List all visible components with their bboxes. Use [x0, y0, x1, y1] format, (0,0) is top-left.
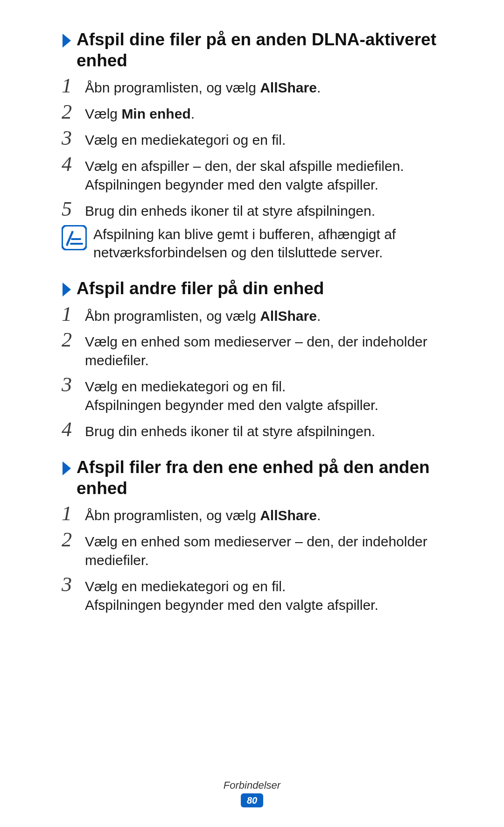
- step-number: 3: [62, 574, 85, 595]
- step-text: Vælg en mediekategori og en fil.: [85, 128, 454, 149]
- step-text: Vælg Min enhed.: [85, 102, 454, 123]
- step-text: Åbn programlisten, og vælg AllShare.: [85, 304, 454, 325]
- section-heading: Afspil filer fra den ene enhed på den an…: [62, 457, 454, 499]
- chevron-right-icon: [62, 33, 72, 49]
- footer-section-label: Forbindelser: [0, 779, 504, 792]
- step-number: 4: [62, 419, 85, 440]
- step-number: 3: [62, 375, 85, 395]
- step-text: Vælg en enhed som medieserver – den, der…: [85, 530, 454, 570]
- step-text: Vælg en mediekategori og en fil. Afspiln…: [85, 574, 454, 615]
- step-number: 2: [62, 102, 85, 122]
- step-text: Vælg en mediekategori og en fil. Afspiln…: [85, 375, 454, 415]
- chevron-right-icon: [62, 282, 72, 297]
- note-icon: [62, 225, 87, 250]
- step-item: 2 Vælg en enhed som medieserver – den, d…: [62, 330, 454, 370]
- step-number: 3: [62, 128, 85, 148]
- note-text: Afspilning kan blive gemt i bufferen, af…: [93, 224, 454, 262]
- step-number: 1: [62, 76, 85, 96]
- note: Afspilning kan blive gemt i bufferen, af…: [62, 224, 454, 262]
- step-item: 1 Åbn programlisten, og vælg AllShare.: [62, 304, 454, 325]
- section-heading: Afspil andre filer på din enhed: [62, 278, 454, 299]
- heading-text: Afspil dine filer på en anden DLNA-aktiv…: [77, 29, 454, 71]
- heading-text: Afspil filer fra den ene enhed på den an…: [77, 457, 454, 499]
- step-item: 3 Vælg en mediekategori og en fil. Afspi…: [62, 574, 454, 615]
- step-item: 3 Vælg en mediekategori og en fil. Afspi…: [62, 375, 454, 415]
- section-heading: Afspil dine filer på en anden DLNA-aktiv…: [62, 29, 454, 71]
- step-item: 2 Vælg Min enhed.: [62, 102, 454, 123]
- chevron-right-icon: [62, 460, 72, 476]
- step-number: 1: [62, 304, 85, 325]
- page-number-badge: 80: [241, 793, 263, 807]
- step-number: 2: [62, 530, 85, 550]
- step-item: 3 Vælg en mediekategori og en fil.: [62, 128, 454, 149]
- svg-marker-2: [63, 283, 71, 297]
- svg-marker-0: [63, 34, 71, 48]
- step-number: 2: [62, 330, 85, 350]
- step-number: 1: [62, 503, 85, 524]
- step-text: Brug din enheds ikoner til at styre afsp…: [85, 199, 454, 220]
- step-item: 4 Vælg en afspiller – den, der skal afsp…: [62, 154, 454, 194]
- step-item: 2 Vælg en enhed som medieserver – den, d…: [62, 530, 454, 570]
- step-text: Brug din enheds ikoner til at styre afsp…: [85, 419, 454, 441]
- step-text: Vælg en afspiller – den, der skal afspil…: [85, 154, 454, 194]
- step-text: Vælg en enhed som medieserver – den, der…: [85, 330, 454, 370]
- step-text: Åbn programlisten, og vælg AllShare.: [85, 503, 454, 525]
- step-item: 5 Brug din enheds ikoner til at styre af…: [62, 199, 454, 220]
- step-text: Åbn programlisten, og vælg AllShare.: [85, 76, 454, 97]
- step-item: 1 Åbn programlisten, og vælg AllShare.: [62, 503, 454, 525]
- svg-rect-1: [62, 226, 86, 250]
- page-content: Afspil dine filer på en anden DLNA-aktiv…: [0, 0, 504, 615]
- step-item: 4 Brug din enheds ikoner til at styre af…: [62, 419, 454, 441]
- step-number: 5: [62, 199, 85, 219]
- step-number: 4: [62, 154, 85, 175]
- heading-text: Afspil andre filer på din enhed: [77, 278, 324, 299]
- step-item: 1 Åbn programlisten, og vælg AllShare.: [62, 76, 454, 97]
- page-footer: Forbindelser 80: [0, 779, 504, 807]
- svg-marker-3: [63, 461, 71, 475]
